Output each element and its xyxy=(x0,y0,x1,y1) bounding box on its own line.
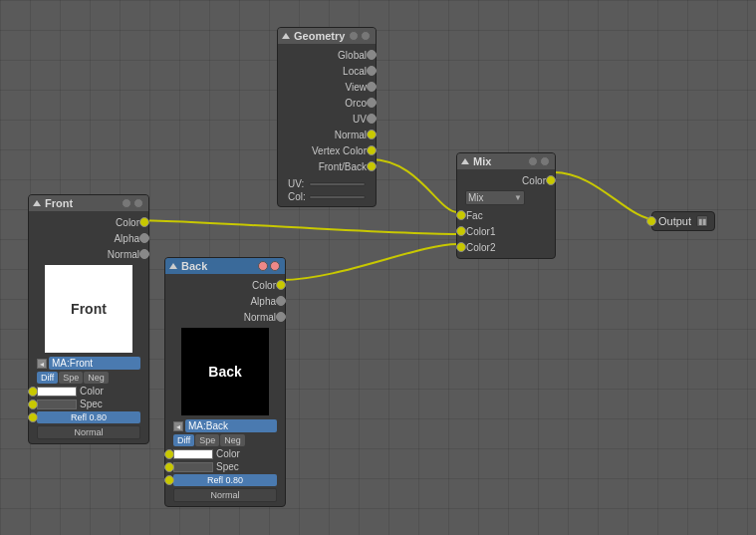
back-spec-in-socket[interactable] xyxy=(164,462,174,472)
front-alpha-socket[interactable] xyxy=(139,233,149,243)
geo-uv-row: UV xyxy=(283,111,371,127)
geo-frontback-socket[interactable] xyxy=(367,161,377,171)
back-color-swatch[interactable] xyxy=(173,449,213,459)
front-normal-input[interactable]: Normal xyxy=(37,425,140,439)
mix-color-out-row: Color xyxy=(462,172,550,188)
front-node: Front Color Alpha Normal Front ◂ MA:Fron… xyxy=(28,194,149,444)
front-normal-socket-row: Normal xyxy=(34,246,143,262)
front-spec-field-label: Spec xyxy=(80,399,103,409)
front-node-title: Front xyxy=(45,197,73,209)
back-color-in-socket[interactable] xyxy=(164,449,174,459)
front-node-icon1[interactable] xyxy=(122,198,131,208)
back-preview-text: Back xyxy=(208,364,241,380)
front-mat-icon[interactable]: ◂ xyxy=(37,359,47,369)
output-node-icon[interactable]: ▮▮ xyxy=(696,215,708,227)
front-color-in-socket[interactable] xyxy=(28,387,38,397)
back-normal-socket-row: Normal xyxy=(170,309,280,325)
front-alpha-label: Alpha xyxy=(34,233,143,244)
geo-view-label: View xyxy=(283,82,371,93)
front-diff-btn[interactable]: Diff xyxy=(37,372,58,384)
back-refl-in-socket[interactable] xyxy=(164,475,174,485)
geometry-node: Geometry Global Local View Orco UV Norma… xyxy=(277,27,377,207)
front-preview-text: Front xyxy=(71,301,107,317)
back-refl-slider[interactable]: Refl 0.80 xyxy=(173,474,277,486)
geo-frontback-label: Front/Back xyxy=(283,161,371,172)
mix-color1-row: Color1 xyxy=(462,223,550,239)
back-normal-socket[interactable] xyxy=(276,312,286,322)
front-color-swatch[interactable] xyxy=(37,387,77,397)
back-color-socket[interactable] xyxy=(276,280,286,290)
back-mat-row: ◂ MA:Back xyxy=(170,418,280,433)
geo-uv-socket[interactable] xyxy=(367,114,377,124)
geo-vertexcolor-socket[interactable] xyxy=(367,145,377,155)
geo-node-icon2[interactable] xyxy=(361,31,371,41)
mix-node-icon1[interactable] xyxy=(528,156,538,166)
back-alpha-socket[interactable] xyxy=(276,296,286,306)
geo-node-icon1[interactable] xyxy=(349,31,359,41)
back-node-header[interactable]: Back xyxy=(165,258,285,274)
geo-local-label: Local xyxy=(283,66,371,77)
back-spec-row: Spec xyxy=(170,460,280,473)
front-spec-row: Spec xyxy=(34,398,143,410)
mix-node: Mix Color Mix ▼ Fac Color1 xyxy=(456,152,556,259)
geo-frontback-row: Front/Back xyxy=(283,158,371,174)
back-color-socket-row: Color xyxy=(170,277,280,293)
geo-global-label: Global xyxy=(283,50,371,61)
mix-fac-label: Fac xyxy=(462,210,550,221)
geo-col-input[interactable] xyxy=(309,195,366,199)
mix-color2-socket[interactable] xyxy=(456,242,466,252)
front-mat-name[interactable]: MA:Front xyxy=(49,357,140,370)
back-refl-row: Refl 0.80 xyxy=(170,473,280,487)
back-node-icon1[interactable] xyxy=(258,261,268,271)
front-node-header[interactable]: Front xyxy=(29,195,148,211)
front-node-icon2[interactable] xyxy=(133,198,143,208)
back-diff-btn[interactable]: Diff xyxy=(173,434,194,446)
back-mat-name[interactable]: MA:Back xyxy=(185,419,277,432)
front-spe-btn[interactable]: Spe xyxy=(59,372,83,384)
mix-node-icon2[interactable] xyxy=(540,156,550,166)
mix-blend-value: Mix xyxy=(468,192,484,203)
geo-orco-label: Orco xyxy=(283,98,371,109)
front-mat-row: ◂ MA:Front xyxy=(34,356,143,371)
geo-uv-input[interactable] xyxy=(309,182,366,186)
geo-orco-socket[interactable] xyxy=(367,98,377,108)
back-normal-input-row: Normal xyxy=(170,488,280,502)
back-neg-btn[interactable]: Neg xyxy=(220,434,245,446)
geo-normal-socket[interactable] xyxy=(367,130,377,139)
mix-color1-socket[interactable] xyxy=(456,226,466,236)
back-spe-btn[interactable]: Spe xyxy=(195,434,219,446)
output-in-socket[interactable] xyxy=(646,216,656,226)
back-mat-icon[interactable]: ◂ xyxy=(173,421,183,431)
front-normal-input-row: Normal xyxy=(34,425,143,439)
mix-fac-socket[interactable] xyxy=(456,210,466,220)
mix-node-title: Mix xyxy=(473,155,491,167)
mix-color2-row: Color2 xyxy=(462,239,550,255)
geo-global-socket[interactable] xyxy=(367,50,377,60)
front-neg-btn[interactable]: Neg xyxy=(84,372,109,384)
geo-normal-label: Normal xyxy=(283,130,371,140)
front-color-socket-row: Color xyxy=(34,214,143,230)
geo-local-socket[interactable] xyxy=(367,66,377,76)
geo-view-socket[interactable] xyxy=(367,82,377,92)
mix-blend-dropdown[interactable]: Mix ▼ xyxy=(465,190,525,205)
back-preview: Back xyxy=(181,328,269,415)
front-normal-socket[interactable] xyxy=(139,249,149,259)
mix-color-out-socket[interactable] xyxy=(546,175,556,185)
back-alpha-label: Alpha xyxy=(170,296,280,307)
front-spec-swatch[interactable] xyxy=(37,400,77,409)
back-node-icon2[interactable] xyxy=(270,261,280,271)
back-normal-input[interactable]: Normal xyxy=(173,488,277,502)
front-color-socket[interactable] xyxy=(139,217,149,227)
back-spec-swatch[interactable] xyxy=(173,462,213,472)
front-refl-slider[interactable]: Refl 0.80 xyxy=(37,411,140,423)
front-spec-in-socket[interactable] xyxy=(28,400,38,409)
front-normal-label: Normal xyxy=(34,249,143,260)
back-alpha-socket-row: Alpha xyxy=(170,293,280,309)
front-collapse-icon xyxy=(33,200,41,206)
geo-col-input-row: Col: xyxy=(283,190,371,203)
geometry-node-header[interactable]: Geometry xyxy=(278,28,376,44)
front-refl-in-socket[interactable] xyxy=(28,412,38,422)
mix-color2-label: Color2 xyxy=(462,242,550,253)
output-node: Output ▮▮ xyxy=(651,211,715,231)
mix-node-header[interactable]: Mix xyxy=(457,153,555,169)
